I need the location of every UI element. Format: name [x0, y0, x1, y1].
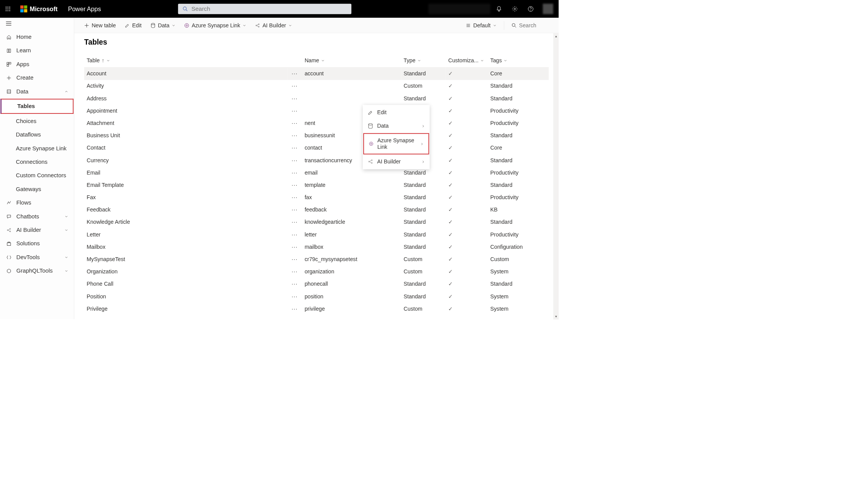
table-row[interactable]: Phone Call···phonecallStandard✓Standard: [84, 278, 549, 290]
row-more-button[interactable]: ···: [287, 241, 302, 253]
ai-builder-button[interactable]: AI Builder: [251, 20, 296, 30]
row-more-button[interactable]: ···: [287, 117, 302, 129]
row-more-button[interactable]: ···: [287, 166, 302, 179]
app-name-label: Power Apps: [68, 5, 101, 13]
sidebar-item-tables[interactable]: Tables: [0, 99, 73, 114]
row-more-button[interactable]: ···: [287, 179, 302, 191]
sidebar-item-azure-synapse-link[interactable]: Azure Synapse Link: [0, 141, 74, 155]
row-more-button[interactable]: ···: [287, 303, 302, 315]
column-header-name[interactable]: Name: [305, 57, 399, 64]
table-row[interactable]: Fax···faxStandard✓Productivity: [84, 191, 549, 204]
table-row[interactable]: Feedback···feedbackStandard✓KB: [84, 204, 549, 216]
table-row[interactable]: Currency···transactioncurrencyStandard✓S…: [84, 154, 549, 166]
notifications-button[interactable]: [495, 5, 502, 13]
edit-button[interactable]: Edit: [121, 20, 145, 30]
global-search-input[interactable]: [191, 5, 347, 12]
table-row[interactable]: Account···accountStandard✓Core: [84, 67, 549, 80]
sidebar-item-learn[interactable]: Learn: [0, 44, 74, 57]
environment-picker[interactable]: [428, 4, 490, 14]
sidebar-item-chatbots[interactable]: Chatbots: [0, 210, 74, 223]
new-table-button[interactable]: New table: [80, 20, 120, 30]
cell-type: Standard: [401, 278, 446, 290]
row-more-button[interactable]: ···: [287, 67, 302, 80]
ctx-ai[interactable]: AI Builder: [363, 155, 430, 168]
help-button[interactable]: [527, 5, 534, 13]
cell-customizable: ✓: [446, 130, 487, 142]
ctx-data[interactable]: Data: [363, 119, 430, 133]
table-row[interactable]: Position···positionStandard✓System: [84, 290, 549, 303]
sidebar-toggle[interactable]: [0, 18, 74, 30]
scroll-up-icon[interactable]: ▴: [553, 33, 559, 38]
row-more-button[interactable]: ···: [287, 253, 302, 265]
cell-table: Account: [84, 67, 287, 80]
scroll-down-icon[interactable]: ▾: [553, 314, 559, 319]
row-more-button[interactable]: ···: [287, 216, 302, 228]
table-row[interactable]: Email Template···templateStandard✓Standa…: [84, 179, 549, 191]
table-row[interactable]: Activity···Custom✓Standard: [84, 80, 549, 92]
table-row[interactable]: Business Unit···businessunitStandard✓Sta…: [84, 130, 549, 142]
table-row[interactable]: Contact···contactStandard✓Core: [84, 142, 549, 154]
row-more-button[interactable]: ···: [287, 154, 302, 166]
row-more-button[interactable]: ···: [287, 130, 302, 142]
row-more-button[interactable]: ···: [287, 290, 302, 303]
ctx-synapse[interactable]: Azure Synapse Link: [363, 133, 429, 154]
row-more-button[interactable]: ···: [287, 204, 302, 216]
synapse-link-button[interactable]: Azure Synapse Link: [180, 20, 250, 30]
chevron-up-icon: [65, 88, 68, 95]
row-more-button[interactable]: ···: [287, 142, 302, 154]
table-row[interactable]: Mailbox···mailboxStandard✓Configuration: [84, 241, 549, 253]
table-row[interactable]: Organization···organizationCustom✓System: [84, 266, 549, 278]
cell-table: Email Template: [84, 179, 287, 191]
scrollbar[interactable]: ▴ ▾: [553, 33, 559, 319]
app-launcher-button[interactable]: [3, 4, 13, 14]
sidebar-item-data[interactable]: Data: [0, 85, 74, 98]
cell-type: Standard: [401, 92, 446, 105]
sidebar-item-solutions[interactable]: Solutions: [0, 237, 74, 250]
table-row[interactable]: Appointment···Standard✓Productivity: [84, 105, 549, 117]
table-row[interactable]: Knowledge Article···knowledgearticleStan…: [84, 216, 549, 228]
row-more-button[interactable]: ···: [287, 278, 302, 290]
ctx-edit[interactable]: Edit: [363, 106, 430, 119]
table-row[interactable]: Letter···letterStandard✓Productivity: [84, 228, 549, 241]
user-avatar[interactable]: [543, 4, 553, 14]
cell-customizable: ✓: [446, 80, 487, 92]
table-row[interactable]: Privilege···privilegeCustom✓System: [84, 303, 549, 315]
sidebar-item-home[interactable]: Home: [0, 30, 74, 44]
cell-type: Standard: [401, 290, 446, 303]
sidebar-item-flows[interactable]: Flows: [0, 196, 74, 210]
global-search[interactable]: [178, 4, 352, 14]
sidebar-item-gateways[interactable]: Gateways: [0, 182, 74, 196]
sidebar-item-devtools[interactable]: DevTools: [0, 250, 74, 264]
sidebar-item-ai-builder[interactable]: AI Builder: [0, 223, 74, 237]
sidebar-item-connections[interactable]: Connections: [0, 155, 74, 169]
row-more-button[interactable]: ···: [287, 80, 302, 92]
table-row[interactable]: MySynapseTest···cr79c_mysynapsetestCusto…: [84, 253, 549, 265]
svg-line-10: [186, 10, 187, 11]
data-button[interactable]: Data: [147, 20, 179, 30]
sidebar-item-apps[interactable]: Apps: [0, 57, 74, 71]
column-header-table[interactable]: Table ↑: [87, 57, 285, 64]
svg-point-8: [9, 10, 10, 11]
table-row[interactable]: Email···emailStandard✓Productivity: [84, 166, 549, 179]
row-more-button[interactable]: ···: [287, 105, 302, 117]
cell-table: MySynapseTest: [84, 253, 287, 265]
column-header-type[interactable]: Type: [404, 57, 443, 64]
row-more-button[interactable]: ···: [287, 92, 302, 105]
table-search-input[interactable]: [519, 22, 549, 29]
sidebar-item-custom-connectors[interactable]: Custom Connectors: [0, 169, 74, 182]
main-content: New table Edit Data Azure Synapse Link A…: [74, 18, 559, 319]
table-row[interactable]: Attachment···nentStandard✓Productivity: [84, 117, 549, 129]
sidebar-item-graphqltools[interactable]: GraphQLTools: [0, 264, 74, 278]
sidebar-item-dataflows[interactable]: Dataflows: [0, 128, 74, 141]
row-more-button[interactable]: ···: [287, 266, 302, 278]
sidebar-item-create[interactable]: Create: [0, 71, 74, 85]
column-header-customizable[interactable]: Customiza...: [448, 57, 486, 64]
table-row[interactable]: Address···Standard✓Standard: [84, 92, 549, 105]
sidebar-item-choices[interactable]: Choices: [0, 114, 74, 128]
settings-button[interactable]: [511, 5, 518, 13]
row-more-button[interactable]: ···: [287, 228, 302, 241]
view-selector[interactable]: Default: [462, 20, 500, 30]
column-header-tags[interactable]: Tags: [490, 57, 546, 64]
row-more-button[interactable]: ···: [287, 191, 302, 204]
table-search[interactable]: [507, 20, 553, 30]
